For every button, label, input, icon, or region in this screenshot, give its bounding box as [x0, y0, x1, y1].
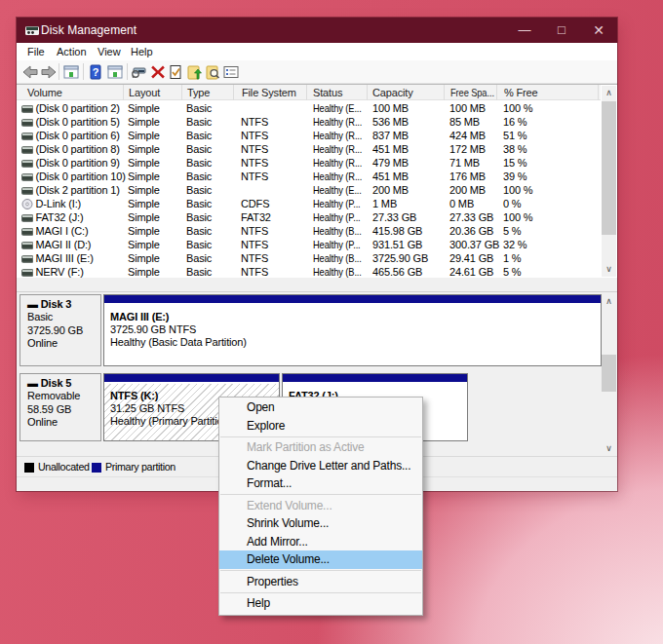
- svg-text:?: ?: [93, 66, 99, 78]
